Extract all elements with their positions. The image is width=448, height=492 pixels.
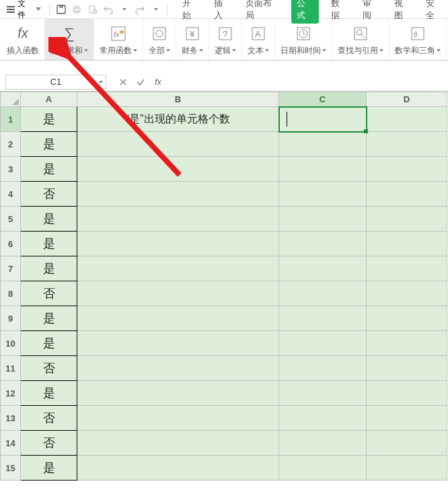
cell-C5[interactable]	[279, 207, 367, 232]
cell-C8[interactable]	[279, 281, 367, 306]
cell-B2[interactable]	[77, 132, 279, 157]
save-icon[interactable]	[54, 2, 69, 17]
cell-C12[interactable]	[279, 381, 367, 406]
cell-D14[interactable]	[367, 431, 447, 456]
cell-A14[interactable]: 否	[21, 431, 77, 456]
column-header-C[interactable]: C	[279, 92, 367, 107]
row-header-6[interactable]: 6	[1, 232, 21, 256]
cell-C4[interactable]	[279, 182, 367, 207]
ribbon-logic[interactable]: ? 逻辑	[209, 19, 242, 60]
cell-A6[interactable]: 是	[21, 232, 77, 256]
cell-B7[interactable]	[77, 256, 279, 281]
cell-D4[interactable]	[367, 182, 447, 207]
cell-D13[interactable]	[367, 406, 447, 431]
cell-B4[interactable]	[77, 182, 279, 207]
cell-C10[interactable]	[279, 331, 367, 356]
cell-C13[interactable]	[279, 406, 367, 431]
row-header-15[interactable]: 15	[1, 456, 21, 481]
cell-B3[interactable]	[77, 157, 279, 182]
cell-A7[interactable]: 是	[21, 256, 77, 281]
cell-A1[interactable]: 是	[21, 107, 77, 132]
cell-C2[interactable]	[279, 132, 367, 157]
row-header-4[interactable]: 4	[1, 182, 21, 207]
row-header-14[interactable]: 14	[1, 431, 21, 456]
cell-D7[interactable]	[367, 256, 447, 281]
cell-D6[interactable]	[367, 232, 447, 256]
row-header-8[interactable]: 8	[1, 281, 21, 306]
row-header-12[interactable]: 12	[1, 381, 21, 406]
cell-B8[interactable]	[77, 281, 279, 306]
cell-B12[interactable]	[77, 381, 279, 406]
ribbon-lookup[interactable]: 查找与引用	[332, 19, 389, 60]
cell-A10[interactable]: 是	[21, 331, 77, 356]
cell-C1[interactable]	[279, 107, 367, 132]
cell-D1[interactable]	[367, 107, 447, 132]
ribbon-datetime[interactable]: 日期和时间	[275, 19, 332, 60]
cell-A8[interactable]: 否	[21, 281, 77, 306]
cell-D10[interactable]	[367, 331, 447, 356]
cell-C7[interactable]	[279, 256, 367, 281]
row-header-5[interactable]: 5	[1, 207, 21, 232]
row-header-11[interactable]: 11	[1, 356, 21, 381]
cell-B11[interactable]	[77, 356, 279, 381]
row-header-10[interactable]: 10	[1, 331, 21, 356]
cell-D9[interactable]	[367, 306, 447, 331]
row-header-3[interactable]: 3	[1, 157, 21, 182]
column-header-D[interactable]: D	[367, 92, 447, 107]
print-preview-icon[interactable]	[85, 2, 100, 17]
ribbon-all[interactable]: 全部	[143, 19, 176, 60]
accept-formula-icon[interactable]	[133, 75, 148, 90]
cell-A12[interactable]: 是	[21, 381, 77, 406]
ribbon-autosum[interactable]: ∑ 自动求和	[45, 19, 94, 60]
column-header-B[interactable]: B	[77, 92, 279, 107]
cell-D8[interactable]	[367, 281, 447, 306]
ribbon-insert-function[interactable]: fx 插入函数	[1, 19, 45, 60]
cell-C6[interactable]	[279, 232, 367, 256]
undo-caret-icon[interactable]	[117, 2, 132, 17]
cell-B10[interactable]	[77, 331, 279, 356]
column-header-A[interactable]: A	[21, 92, 77, 107]
fx-button[interactable]: fx	[151, 75, 165, 90]
ribbon-text[interactable]: A 文本	[242, 19, 275, 60]
cell-D12[interactable]	[367, 381, 447, 406]
row-header-1[interactable]: 1	[1, 107, 21, 132]
cell-C11[interactable]	[279, 356, 367, 381]
cell-D15[interactable]	[367, 456, 447, 481]
redo-caret-icon[interactable]	[149, 2, 163, 17]
cell-C3[interactable]	[279, 157, 367, 182]
cell-B15[interactable]	[77, 456, 279, 481]
cell-B9[interactable]	[77, 306, 279, 331]
cell-A15[interactable]: 是	[21, 456, 77, 481]
cell-B5[interactable]	[77, 207, 279, 232]
cell-D2[interactable]	[367, 132, 447, 157]
ribbon-common-fn[interactable]: fx 常用函数	[94, 19, 143, 60]
cell-D11[interactable]	[367, 356, 447, 381]
cell-A3[interactable]: 是	[21, 157, 77, 182]
cell-B13[interactable]	[77, 406, 279, 431]
print-icon[interactable]	[69, 2, 84, 17]
cell-C14[interactable]	[279, 431, 367, 456]
cell-A9[interactable]: 是	[21, 306, 77, 331]
row-header-7[interactable]: 7	[1, 256, 21, 281]
ribbon-math[interactable]: θ 数学和三角	[389, 19, 447, 60]
ribbon-financial[interactable]: ¥ 财务	[176, 19, 209, 60]
cell-A11[interactable]: 否	[21, 356, 77, 381]
cell-C9[interactable]	[279, 306, 367, 331]
cell-B1[interactable]: “是”出现的单元格个数	[77, 107, 279, 132]
cell-B6[interactable]	[77, 232, 279, 256]
redo-icon[interactable]	[133, 2, 147, 17]
cell-A5[interactable]: 是	[21, 207, 77, 232]
row-header-9[interactable]: 9	[1, 306, 21, 331]
cell-B14[interactable]	[77, 431, 279, 456]
undo-icon[interactable]	[101, 2, 116, 17]
cell-D5[interactable]	[367, 207, 447, 232]
cell-A4[interactable]: 否	[21, 182, 77, 207]
cancel-formula-icon[interactable]	[116, 75, 130, 90]
cell-A2[interactable]: 是	[21, 132, 77, 157]
row-header-13[interactable]: 13	[1, 406, 21, 431]
cell-C15[interactable]	[279, 456, 367, 481]
name-box[interactable]: C1	[5, 75, 106, 90]
cell-D3[interactable]	[367, 157, 447, 182]
cell-A13[interactable]: 否	[21, 406, 77, 431]
row-header-2[interactable]: 2	[1, 132, 21, 157]
